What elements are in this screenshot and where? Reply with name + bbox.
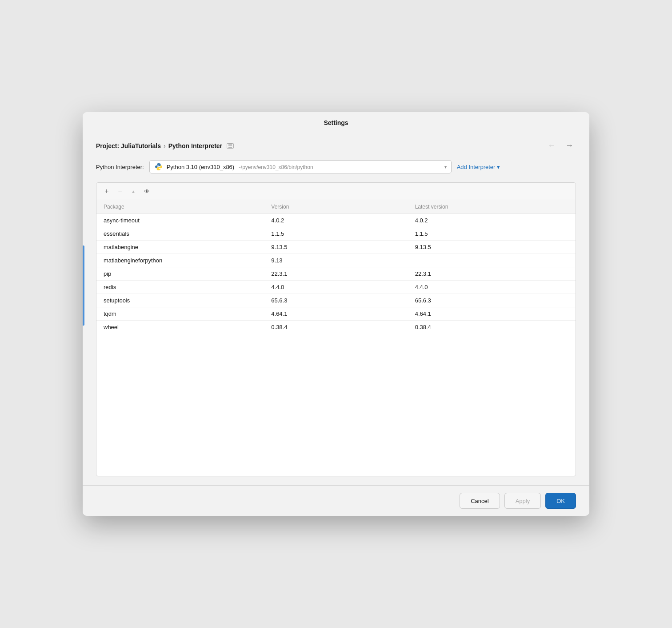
- dialog-footer: Cancel Apply OK: [83, 485, 589, 516]
- ok-button[interactable]: OK: [545, 493, 576, 509]
- apply-label: Apply: [516, 498, 530, 504]
- package-name: setuptools: [96, 294, 264, 307]
- table-row[interactable]: redis4.4.04.4.0: [96, 281, 576, 294]
- add-interpreter-label: Add Interpreter: [457, 164, 496, 170]
- package-name: redis: [96, 281, 264, 294]
- line1: [228, 144, 232, 145]
- package-version: 9.13.5: [264, 241, 408, 254]
- breadcrumb-icon-lines: [228, 144, 232, 148]
- breadcrumb-separator: ›: [164, 142, 166, 149]
- nav-buttons: ← →: [545, 140, 576, 151]
- line3: [228, 147, 232, 148]
- breadcrumb-icon[interactable]: [227, 143, 234, 149]
- dialog-content: Project: JuliaTutorials › Python Interpr…: [83, 131, 589, 485]
- package-latest-version: 65.6.3: [408, 294, 576, 307]
- dialog-title: Settings: [324, 119, 348, 126]
- table-row[interactable]: tqdm4.64.14.64.1: [96, 307, 576, 321]
- remove-package-icon: −: [118, 187, 122, 195]
- remove-package-button[interactable]: −: [115, 186, 125, 196]
- add-interpreter-button[interactable]: Add Interpreter ▾: [457, 164, 500, 170]
- up-package-icon: ▲: [131, 189, 136, 194]
- package-latest-version: 4.4.0: [408, 281, 576, 294]
- package-version: 22.3.1: [264, 267, 408, 281]
- dialog-title-bar: Settings: [83, 112, 589, 131]
- cancel-label: Cancel: [471, 498, 488, 504]
- package-name: matlabengine: [96, 241, 264, 254]
- add-package-button[interactable]: +: [102, 186, 112, 196]
- up-package-button[interactable]: ▲: [128, 186, 138, 196]
- package-latest-version: 0.38.4: [408, 321, 576, 334]
- interpreter-name: Python 3.10 (env310_x86) ~/pyenv/env310_…: [167, 164, 439, 170]
- interpreter-name-text: Python 3.10 (env310_x86): [167, 164, 235, 170]
- package-version: 4.4.0: [264, 281, 408, 294]
- python-icon: [154, 162, 163, 171]
- col-latest: Latest version: [408, 200, 576, 214]
- package-latest-version: [408, 254, 576, 267]
- eye-package-button[interactable]: 👁: [142, 186, 152, 196]
- package-latest-version: 4.64.1: [408, 307, 576, 321]
- table-row[interactable]: pip22.3.122.3.1: [96, 267, 576, 281]
- left-accent: [83, 246, 84, 326]
- packages-container[interactable]: Package Version Latest version async-tim…: [96, 200, 576, 476]
- packages-table-header: Package Version Latest version: [96, 200, 576, 214]
- interpreter-path: ~/pyenv/env310_x86/bin/python: [238, 164, 313, 170]
- col-version: Version: [264, 200, 408, 214]
- package-version: 4.0.2: [264, 214, 408, 227]
- package-version: 4.64.1: [264, 307, 408, 321]
- package-name: essentials: [96, 227, 264, 241]
- breadcrumb: Project: JuliaTutorials › Python Interpr…: [96, 140, 576, 151]
- table-row[interactable]: setuptools65.6.365.6.3: [96, 294, 576, 307]
- line2: [228, 145, 232, 146]
- add-interpreter-chevron: ▾: [497, 164, 500, 170]
- package-version: 65.6.3: [264, 294, 408, 307]
- interpreter-label: Python Interpreter:: [96, 164, 144, 170]
- cancel-button[interactable]: Cancel: [460, 493, 500, 509]
- breadcrumb-page[interactable]: Python Interpreter: [168, 142, 222, 149]
- table-row[interactable]: async-timeout4.0.24.0.2: [96, 214, 576, 227]
- packages-header-row: Package Version Latest version: [96, 200, 576, 214]
- ok-label: OK: [556, 498, 565, 504]
- interpreter-dropdown[interactable]: Python 3.10 (env310_x86) ~/pyenv/env310_…: [149, 160, 452, 173]
- package-version: 0.38.4: [264, 321, 408, 334]
- package-name: async-timeout: [96, 214, 264, 227]
- packages-table: Package Version Latest version async-tim…: [96, 200, 576, 334]
- package-name: tqdm: [96, 307, 264, 321]
- package-name: matlabengineforpython: [96, 254, 264, 267]
- add-package-icon: +: [104, 187, 108, 195]
- interpreter-row: Python Interpreter: Python 3.10 (env310_…: [96, 160, 576, 173]
- packages-panel: + − ▲ 👁 Package Version: [96, 182, 576, 476]
- package-latest-version: 22.3.1: [408, 267, 576, 281]
- nav-forward-button[interactable]: →: [563, 140, 576, 151]
- breadcrumb-project[interactable]: Project: JuliaTutorials: [96, 142, 161, 149]
- svg-point-0: [157, 165, 158, 165]
- table-row[interactable]: essentials1.1.51.1.5: [96, 227, 576, 241]
- col-package: Package: [96, 200, 264, 214]
- table-row[interactable]: matlabengine9.13.59.13.5: [96, 241, 576, 254]
- table-row[interactable]: wheel0.38.40.38.4: [96, 321, 576, 334]
- table-row[interactable]: matlabengineforpython9.13: [96, 254, 576, 267]
- package-name: pip: [96, 267, 264, 281]
- nav-back-button[interactable]: ←: [545, 140, 558, 151]
- packages-table-body: async-timeout4.0.24.0.2essentials1.1.51.…: [96, 214, 576, 334]
- package-version: 1.1.5: [264, 227, 408, 241]
- packages-toolbar: + − ▲ 👁: [96, 183, 576, 200]
- package-latest-version: 9.13.5: [408, 241, 576, 254]
- package-version: 9.13: [264, 254, 408, 267]
- package-latest-version: 1.1.5: [408, 227, 576, 241]
- svg-point-1: [159, 169, 160, 169]
- apply-button[interactable]: Apply: [504, 493, 541, 509]
- settings-dialog: Settings Project: JuliaTutorials › Pytho…: [83, 112, 589, 516]
- dropdown-arrow-icon: ▾: [444, 165, 447, 169]
- package-latest-version: 4.0.2: [408, 214, 576, 227]
- eye-icon: 👁: [144, 188, 150, 195]
- package-name: wheel: [96, 321, 264, 334]
